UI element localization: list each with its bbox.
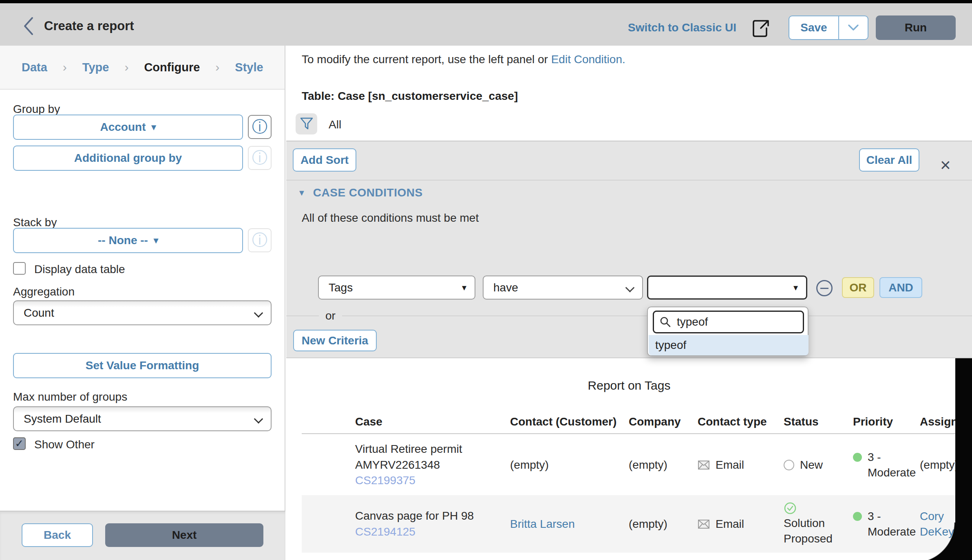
- filter-funnel-icon[interactable]: [296, 113, 317, 134]
- case-number-link[interactable]: CS2194125: [355, 524, 415, 540]
- condition-field-value: Tags: [329, 281, 353, 294]
- condition-operator-value: have: [493, 281, 518, 294]
- table-row: Voice Message Attached: [302, 553, 955, 560]
- dropdown-option-typeof[interactable]: typeof: [649, 335, 809, 355]
- contact-type-cell: Email: [716, 459, 744, 472]
- filter-condition-text[interactable]: All: [329, 118, 341, 131]
- condition-builder-panel: Add Sort Clear All × ▼ CASE CONDITIONS A…: [286, 141, 972, 358]
- table-header-row: Case Contact (Customer) Company Contact …: [302, 410, 955, 434]
- column-header-company[interactable]: Company: [629, 415, 698, 428]
- conditions-subtitle: All of these conditions must be met: [302, 212, 479, 225]
- and-button[interactable]: AND: [879, 277, 922, 298]
- window-edge-top: [0, 0, 972, 3]
- window-edge-right: [955, 358, 972, 560]
- show-other-checkbox[interactable]: ✓: [13, 437, 26, 450]
- aggregation-select[interactable]: Count: [13, 300, 272, 325]
- column-header-contact-type[interactable]: Contact type: [698, 415, 784, 428]
- top-bar: Create a report Switch to Classic UI Sav…: [0, 3, 972, 46]
- condition-field-select[interactable]: Tags ▾: [318, 276, 475, 300]
- close-icon[interactable]: ×: [940, 156, 951, 174]
- group-by-info-icon[interactable]: ⓘ: [248, 115, 272, 139]
- status-new-icon: [784, 460, 794, 470]
- dropdown-search-input[interactable]: [677, 315, 791, 329]
- priority-cell: 3 - Moderate: [868, 450, 919, 481]
- contact-type-cell: Email: [716, 518, 744, 531]
- chevron-down-icon: [254, 414, 263, 424]
- divider: [286, 180, 972, 181]
- priority-cell: 3 - Moderate: [868, 509, 919, 540]
- max-groups-value: System Default: [24, 412, 101, 426]
- column-header-contact[interactable]: Contact (Customer): [510, 415, 629, 428]
- caret-down-icon: ▾: [793, 282, 798, 293]
- breadcrumb-style[interactable]: Style: [235, 61, 263, 74]
- table-row: Canvas page for PH 98 CS2194125 Britta L…: [302, 495, 955, 553]
- back-chevron-icon[interactable]: [20, 15, 38, 37]
- save-button[interactable]: Save: [789, 16, 839, 39]
- additional-group-by-info-icon: ⓘ: [248, 146, 272, 170]
- window-corner-bottom-right: [915, 523, 955, 560]
- column-header-assigned[interactable]: Assigned: [920, 415, 955, 428]
- save-menu-button[interactable]: [839, 16, 868, 39]
- display-data-table-checkbox[interactable]: [13, 262, 26, 275]
- aggregation-value: Count: [24, 306, 54, 320]
- config-side-panel: Data › Type › Configure › Style Group by…: [0, 46, 285, 511]
- contact-cell: (empty): [510, 435, 629, 495]
- breadcrumb-data[interactable]: Data: [22, 61, 47, 74]
- wizard-breadcrumb: Data › Type › Configure › Style: [0, 46, 285, 90]
- page-title: Create a report: [44, 19, 134, 33]
- column-header-priority[interactable]: Priority: [853, 415, 920, 428]
- add-sort-button[interactable]: Add Sort: [293, 148, 356, 172]
- column-header-case[interactable]: Case: [302, 415, 510, 428]
- or-button[interactable]: OR: [842, 277, 874, 298]
- max-groups-select[interactable]: System Default: [13, 406, 272, 431]
- modify-hint-text: To modify the current report, use the le…: [302, 53, 625, 66]
- caret-down-icon: ▾: [151, 122, 156, 132]
- create-report-window: Create a report Switch to Classic UI Sav…: [0, 0, 972, 560]
- dropdown-search-box[interactable]: [653, 311, 804, 333]
- set-value-formatting-button[interactable]: Set Value Formatting: [13, 353, 272, 378]
- chevron-down-icon: [254, 309, 263, 318]
- case-conditions-section-header[interactable]: ▼ CASE CONDITIONS: [298, 186, 423, 199]
- report-preview: Report on Tags Case Contact (Customer) C…: [286, 358, 972, 560]
- save-split-button: Save: [789, 15, 868, 40]
- group-by-value: Account: [100, 121, 146, 134]
- table-row: Virtual Retiree permit AMYRV2261348 CS21…: [302, 435, 955, 495]
- group-by-button[interactable]: Account ▾: [13, 115, 243, 140]
- aggregation-label: Aggregation: [13, 285, 75, 298]
- share-icon[interactable]: [750, 16, 771, 40]
- column-header-status[interactable]: Status: [784, 415, 853, 428]
- case-title: Canvas page for PH 98: [355, 508, 474, 524]
- case-number-link[interactable]: CS2199375: [355, 473, 415, 489]
- run-button[interactable]: Run: [876, 15, 956, 40]
- status-cell: New: [800, 459, 823, 472]
- panel-footer: Back Next: [0, 511, 285, 560]
- condition-value-select[interactable]: ▾: [647, 276, 807, 300]
- breadcrumb-type[interactable]: Type: [82, 61, 109, 74]
- next-button[interactable]: Next: [105, 523, 263, 547]
- case-conditions-title: CASE CONDITIONS: [313, 186, 423, 199]
- display-data-table-label: Display data table: [34, 263, 125, 276]
- additional-group-by-button[interactable]: Additional group by: [13, 146, 243, 171]
- contact-link[interactable]: Britta Larsen: [510, 518, 575, 531]
- clear-all-button[interactable]: Clear All: [859, 148, 919, 172]
- condition-operator-select[interactable]: have: [483, 276, 643, 300]
- remove-condition-icon[interactable]: [816, 280, 833, 296]
- new-criteria-button[interactable]: New Criteria: [293, 330, 377, 351]
- search-icon: [660, 316, 671, 328]
- edit-condition-link[interactable]: Edit Condition.: [551, 53, 625, 66]
- hint-text: To modify the current report, use the le…: [302, 53, 551, 66]
- chevron-down-icon: [625, 283, 635, 293]
- stack-by-value: -- None --: [98, 234, 148, 247]
- breadcrumb-configure-active[interactable]: Configure: [144, 61, 200, 74]
- breadcrumb-separator-icon: ›: [124, 60, 128, 74]
- back-button[interactable]: Back: [22, 523, 93, 547]
- caret-down-icon: ▾: [462, 282, 466, 293]
- email-icon: [698, 460, 710, 470]
- stack-by-button[interactable]: -- None -- ▾: [13, 228, 243, 253]
- status-check-icon: [784, 502, 797, 515]
- stack-by-info-icon: ⓘ: [248, 228, 272, 252]
- case-title: Virtual Retiree permit AMYRV2261348: [355, 441, 496, 473]
- priority-green-icon: [853, 453, 862, 462]
- switch-to-classic-link[interactable]: Switch to Classic UI: [628, 21, 736, 34]
- email-icon: [698, 519, 710, 529]
